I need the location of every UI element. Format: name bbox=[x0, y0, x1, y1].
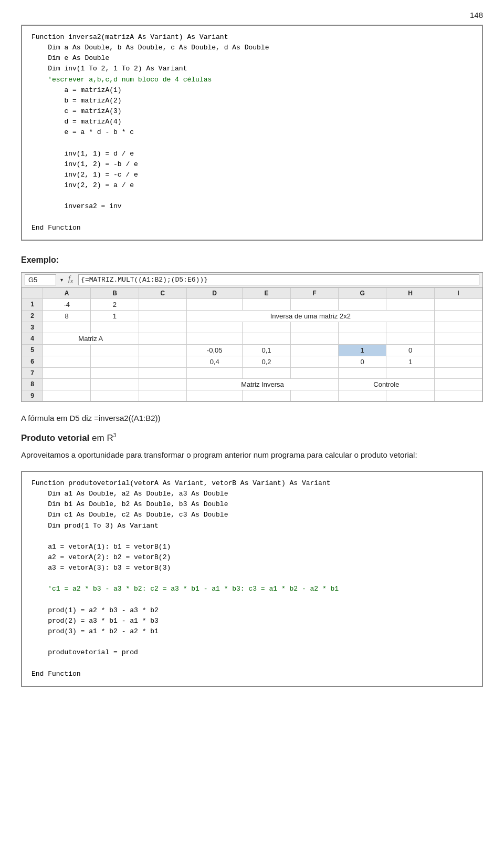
cell-g4 bbox=[339, 333, 386, 344]
produto-heading: Produto vetorial em R3 bbox=[21, 432, 483, 445]
cell-d5: -0,05 bbox=[186, 344, 242, 356]
cell-a9 bbox=[43, 390, 91, 401]
cell-d7 bbox=[186, 367, 242, 378]
cell-c4 bbox=[139, 333, 186, 344]
cell-b6 bbox=[91, 356, 139, 367]
cell-g3 bbox=[339, 322, 386, 333]
cell-b5 bbox=[91, 344, 139, 356]
cell-g7 bbox=[339, 367, 386, 378]
col-header-g: G bbox=[339, 287, 386, 298]
cell-b7 bbox=[91, 367, 139, 378]
formula-text: A fórmula em D5 diz =inversa2((A1:B2)) bbox=[21, 414, 483, 422]
cell-f4 bbox=[290, 333, 338, 344]
cell-g6: 0 bbox=[339, 356, 386, 367]
cell-a6 bbox=[43, 356, 91, 367]
cell-a2: 8 bbox=[43, 310, 91, 322]
cell-g1 bbox=[339, 298, 386, 310]
col-header-e: E bbox=[243, 287, 290, 298]
cell-b9 bbox=[91, 390, 139, 401]
col-header-a: A bbox=[43, 287, 91, 298]
cell-h6: 1 bbox=[386, 356, 434, 367]
cell-i6 bbox=[434, 356, 482, 367]
cell-b3 bbox=[91, 322, 139, 333]
cell-h3 bbox=[386, 322, 434, 333]
col-header-i: I bbox=[434, 287, 482, 298]
formula-bar: {=MATRIZ.MULT((A1:B2);(D5:E6))} bbox=[78, 274, 479, 285]
table-row: 3 bbox=[22, 322, 482, 333]
cell-a3 bbox=[43, 322, 91, 333]
cell-e5: 0,1 bbox=[243, 344, 290, 356]
row-num: 2 bbox=[22, 310, 43, 322]
dropdown-arrow: ▾ bbox=[60, 277, 63, 283]
cell-i4 bbox=[434, 333, 482, 344]
row-num: 1 bbox=[22, 298, 43, 310]
cell-c3 bbox=[139, 322, 186, 333]
row-num: 4 bbox=[22, 333, 43, 344]
cell-e9 bbox=[243, 390, 290, 401]
produto-bold: Produto vetorial bbox=[21, 433, 89, 443]
cell-a1: -4 bbox=[43, 298, 91, 310]
body-text: Aproveitamos a oportunidade para transfo… bbox=[21, 449, 483, 461]
table-row: 9 bbox=[22, 390, 482, 401]
cell-f5 bbox=[290, 344, 338, 356]
cell-c9 bbox=[139, 390, 186, 401]
col-header-d: D bbox=[186, 287, 242, 298]
cell-i1 bbox=[434, 298, 482, 310]
cell-e4 bbox=[243, 333, 290, 344]
cell-c8 bbox=[139, 378, 186, 390]
cell-h7 bbox=[386, 367, 434, 378]
spreadsheet-toolbar: G5 ▾ fx {=MATRIZ.MULT((A1:B2);(D5:E6))} bbox=[22, 273, 482, 287]
cell-f6 bbox=[290, 356, 338, 367]
cell-i8 bbox=[434, 378, 482, 390]
cell-i3 bbox=[434, 322, 482, 333]
row-num: 3 bbox=[22, 322, 43, 333]
fx-icon: fx bbox=[68, 275, 73, 285]
table-row: 8 Matriz Inversa Controle bbox=[22, 378, 482, 390]
col-header-c: C bbox=[139, 287, 186, 298]
cell-i9 bbox=[434, 390, 482, 401]
superscript-3: 3 bbox=[113, 432, 117, 438]
row-num: 6 bbox=[22, 356, 43, 367]
table-row: 2 8 1 Inversa de uma matriz 2x2 bbox=[22, 310, 482, 322]
cell-e1 bbox=[243, 298, 290, 310]
table-row: 7 bbox=[22, 367, 482, 378]
cell-d9 bbox=[186, 390, 242, 401]
cell-d1 bbox=[186, 298, 242, 310]
cell-b8 bbox=[91, 378, 139, 390]
cell-f9 bbox=[290, 390, 338, 401]
cell-d3 bbox=[186, 322, 242, 333]
exemplo-label: Exemplo: bbox=[21, 255, 483, 265]
cell-c7 bbox=[139, 367, 186, 378]
cell-g8-merged: Controle bbox=[339, 378, 435, 390]
cell-a7 bbox=[43, 367, 91, 378]
cell-d4 bbox=[186, 333, 242, 344]
cell-f3 bbox=[290, 322, 338, 333]
table-header-row: A B C D E F G H I bbox=[22, 287, 482, 298]
cell-h4 bbox=[386, 333, 434, 344]
cell-e6: 0,2 bbox=[243, 356, 290, 367]
cell-c2 bbox=[139, 310, 186, 322]
cell-h1 bbox=[386, 298, 434, 310]
code-block-1: Function inversa2(matrizA As Variant) As… bbox=[21, 25, 483, 241]
col-header-rownum bbox=[22, 287, 43, 298]
row-num: 7 bbox=[22, 367, 43, 378]
cell-e7 bbox=[243, 367, 290, 378]
cell-i2 bbox=[434, 310, 482, 322]
cell-e3 bbox=[243, 322, 290, 333]
cell-f1 bbox=[290, 298, 338, 310]
code-block-2: Function produtovetorial(vetorA As Varia… bbox=[21, 471, 483, 687]
cell-f7 bbox=[290, 367, 338, 378]
cell-a5 bbox=[43, 344, 91, 356]
table-row: 6 0,4 0,2 0 1 bbox=[22, 356, 482, 367]
page-number: 148 bbox=[21, 11, 483, 19]
col-header-f: F bbox=[290, 287, 338, 298]
col-header-b: B bbox=[91, 287, 139, 298]
cell-i5 bbox=[434, 344, 482, 356]
col-header-h: H bbox=[386, 287, 434, 298]
table-row: 4 Matriz A bbox=[22, 333, 482, 344]
cell-d6: 0,4 bbox=[186, 356, 242, 367]
cell-d8-merged: Matriz Inversa bbox=[186, 378, 338, 390]
spreadsheet-table: A B C D E F G H I 1 -4 2 bbox=[22, 287, 482, 401]
cell-c6 bbox=[139, 356, 186, 367]
cell-h9 bbox=[386, 390, 434, 401]
